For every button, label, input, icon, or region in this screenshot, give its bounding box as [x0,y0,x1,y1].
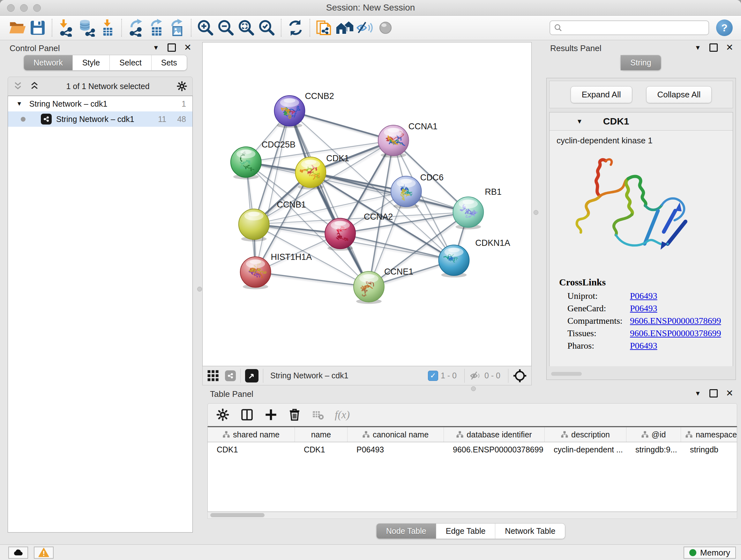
horizontal-splitter-handle[interactable] [471,386,476,391]
control-panel-tabs: Network Style Select Sets [23,55,187,71]
export-network-button[interactable] [126,17,146,38]
network-node-ccnb2[interactable]: CCNB2 [274,91,334,128]
tab-select[interactable]: Select [110,55,151,71]
column-header-shared-name[interactable]: shared name [208,427,295,442]
show-hide-graphics-button[interactable] [355,17,375,38]
float-panel-icon[interactable] [167,44,176,52]
table-cell: CDK1 [208,442,295,457]
search-field[interactable] [549,20,709,35]
string-view-badge-icon[interactable] [225,370,236,381]
column-header-canonical-name[interactable]: canonical name [347,427,444,442]
panel-menu-icon[interactable]: ▼ [695,390,701,397]
selected-checkbox-icon[interactable]: ✓ [428,371,438,381]
collapse-all-button[interactable]: Collapse All [646,86,712,103]
expand-all-button[interactable]: Expand All [570,86,632,103]
tab-node-table[interactable]: Node Table [376,523,436,539]
help-button[interactable]: ? [716,19,733,36]
right-splitter-handle[interactable] [534,210,538,215]
export-table-button[interactable] [146,17,166,38]
column-header-description[interactable]: description [545,427,626,442]
expander-triangle-icon[interactable]: ▼ [16,100,22,107]
network-node-ccna1[interactable]: CCNA1 [378,122,437,158]
column-header--id[interactable]: @id [626,427,681,442]
network-snapshot-button[interactable] [314,17,334,38]
crosslink-value-link[interactable]: 9606.ENSP00000378699 [630,328,721,338]
network-edge[interactable] [289,111,393,140]
show-columns-icon[interactable] [240,408,254,422]
grid-view-icon[interactable] [207,370,219,382]
table-hscrollbar-thumb[interactable] [210,513,265,517]
network-row-selected[interactable]: String Network – cdk1 11 48 [8,111,192,127]
table-hscrollbar[interactable] [207,512,737,519]
birds-eye-toggle-icon[interactable] [245,369,259,382]
delete-column-icon[interactable] [288,408,301,421]
tab-sets[interactable]: Sets [151,55,187,71]
zoom-out-button[interactable] [216,17,236,38]
expand-all-chevrons-icon[interactable] [30,81,39,91]
close-panel-icon[interactable]: ✕ [184,44,192,51]
network-edge[interactable] [254,212,468,224]
float-panel-icon[interactable] [710,389,718,397]
results-scrollbar-thumb[interactable] [551,372,582,376]
import-network-database-button[interactable] [77,17,97,38]
import-table-button[interactable] [97,17,118,38]
search-input[interactable] [565,23,709,33]
panel-menu-icon[interactable]: ▼ [153,44,159,51]
reset-home-button[interactable] [334,17,355,38]
save-session-button[interactable] [27,17,48,38]
network-node-ccne1[interactable]: CCNE1 [354,267,413,304]
network-view-canvas[interactable]: CCNB2CCNA1CDC25BCDK1CDC6RB1CCNB1CCNA2CDK… [202,42,532,366]
crosslink-value-link[interactable]: P06493 [630,303,657,314]
table-gear-icon[interactable] [216,408,229,422]
collapse-all-chevrons-icon[interactable] [13,81,23,91]
collapse-triangle-icon[interactable]: ▼ [576,118,583,125]
network-node-hist1h1a[interactable]: HIST1H1A [240,252,312,289]
close-panel-icon[interactable]: ✕ [726,390,733,396]
network-node-ccna2[interactable]: CCNA2 [325,212,393,251]
hidden-eye-icon[interactable] [469,369,482,382]
network-graph[interactable]: CCNB2CCNA1CDC25BCDK1CDC6RB1CCNB1CCNA2CDK… [203,43,531,366]
network-edge[interactable] [256,272,369,287]
crosslink-value-link[interactable]: P06493 [630,291,657,301]
inactive-eye-button[interactable] [375,17,396,38]
question-mark-icon: ? [721,22,728,34]
crosshair-icon[interactable] [513,369,527,383]
network-collection-row[interactable]: ▼ String Network – cdk1 1 [8,96,192,111]
gear-icon[interactable] [177,81,187,91]
add-column-icon[interactable] [265,408,277,421]
automation-cloud-button[interactable] [8,547,28,559]
network-edge[interactable] [311,172,468,212]
close-panel-icon[interactable]: ✕ [726,44,733,51]
tab-style[interactable]: Style [73,55,110,71]
tab-edge-table[interactable]: Edge Table [436,523,495,539]
crosslink-value-link[interactable]: P06493 [630,341,657,351]
toolbar-separator [281,19,281,37]
import-network-file-button[interactable] [56,17,77,38]
zoom-fit-button[interactable] [236,17,257,38]
tab-string[interactable]: String [620,55,661,71]
network-node-cdkn1a[interactable]: CDKN1A [439,238,510,277]
open-session-button[interactable] [7,17,27,38]
gene-details: cyclin-dependent kinase 1 [549,131,733,366]
zoom-selected-button[interactable] [257,17,277,38]
column-header-name[interactable]: name [295,427,347,442]
zoom-in-button[interactable] [195,17,216,38]
table-row[interactable]: CDK1CDK1P064939606.ENSP00000378699cyclin… [208,442,737,457]
update-view-button[interactable] [285,17,306,38]
crosslink-value-link[interactable]: 9606.ENSP00000378699 [630,316,721,326]
tab-network[interactable]: Network [23,55,73,71]
crosslinks-title: CrossLinks [559,277,721,288]
column-header-namespace[interactable]: namespace [681,427,737,442]
column-header-database-identifier[interactable]: database identifier [444,427,545,442]
warnings-button[interactable] [34,547,54,559]
network-edge[interactable] [340,233,454,260]
export-image-button[interactable] [166,17,187,38]
memory-button[interactable]: Memory [684,547,736,559]
left-splitter-handle[interactable] [197,287,202,292]
gene-section-header[interactable]: ▼ CDK1 [549,112,733,131]
gene-section: ▼ CDK1 cyclin-dependent kinase 1 [549,112,733,366]
network-node-rb1[interactable]: RB1 [453,187,501,230]
tab-network-table[interactable]: Network Table [495,523,565,539]
float-panel-icon[interactable] [710,44,718,52]
panel-menu-icon[interactable]: ▼ [695,44,701,51]
